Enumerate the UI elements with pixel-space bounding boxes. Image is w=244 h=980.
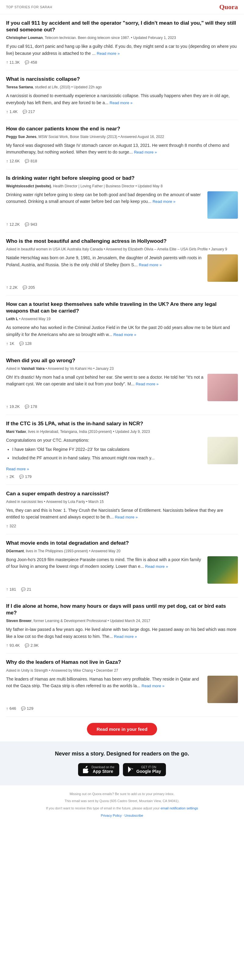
story-updated: Updated March 24, 2017 bbox=[110, 619, 150, 623]
read-more-link[interactable]: Read more » bbox=[114, 634, 137, 639]
story-title: What is narcissistic collapse? bbox=[6, 76, 238, 83]
google-play-name: Google Play bbox=[136, 769, 161, 774]
quora-logo: Quora bbox=[219, 3, 238, 11]
vote-count: 646 bbox=[6, 706, 16, 711]
comment-icon bbox=[19, 341, 24, 346]
app-store-label: Download on the bbox=[91, 765, 114, 769]
story-with-image: Natalie Herschlag was born on June 9, 19… bbox=[6, 255, 238, 282]
story-meta: Leith L • Answered May 19 bbox=[6, 316, 238, 322]
comment-count: 943 bbox=[25, 222, 37, 227]
story-meta: Teresa Santana, studied at Life, (2010) … bbox=[6, 84, 238, 90]
story-title: Can a super empath destroy a narcissist? bbox=[6, 490, 238, 497]
google-play-button[interactable]: GET IT ON Google Play bbox=[123, 763, 166, 776]
story-body: As someone who has worked in the Crimina… bbox=[6, 324, 238, 338]
story-updated: March 15 bbox=[88, 500, 104, 504]
story-footer: 646 129 bbox=[6, 706, 238, 711]
comment-count: 128 bbox=[19, 341, 32, 346]
story-title: What movie ends in total degradation and… bbox=[6, 540, 238, 547]
story-image bbox=[207, 437, 238, 464]
story-image bbox=[207, 556, 238, 584]
story-footer: 93.4K 2.9K bbox=[6, 643, 238, 648]
story-footer: 12.2K 943 bbox=[6, 222, 238, 227]
story-meta: DGermant, lives in The Philippines (1993… bbox=[6, 548, 238, 554]
story-footer: 11.3K 458 bbox=[6, 60, 238, 65]
story-meta: Asked in narcissist lies • Answered by L… bbox=[6, 499, 238, 504]
footer-unsubscribe-link[interactable]: email notification settings bbox=[160, 807, 198, 810]
read-more-link[interactable]: Read more » bbox=[6, 467, 238, 471]
read-more-link[interactable]: Read more » bbox=[134, 150, 157, 154]
story-text: Natalie Herschlag was born on June 9, 19… bbox=[6, 255, 204, 282]
upvote-icon bbox=[6, 523, 8, 528]
story-card: When did you all go wrong? Asked in Vais… bbox=[6, 352, 238, 415]
story-updated: Updated May 8 bbox=[138, 184, 163, 188]
story-author-detail: Health Director | Loving Father | Busine… bbox=[53, 184, 134, 188]
story-author: Vaishali Vaira bbox=[21, 366, 45, 371]
comment-icon bbox=[22, 285, 27, 290]
upvote-icon bbox=[6, 643, 8, 648]
read-more-link[interactable]: Read more » bbox=[153, 199, 175, 204]
comment-count: 2.9K bbox=[25, 643, 39, 648]
story-text: The leaders of Hamas are multi billionai… bbox=[6, 676, 204, 703]
story-meta-detail: Asked in Vaishali Vaira • Answered by Vo… bbox=[6, 366, 92, 371]
app-store-button[interactable]: Download on the App Store bbox=[78, 763, 119, 776]
comment-count: 458 bbox=[25, 60, 37, 65]
story-author: Steven Brewer bbox=[6, 619, 32, 623]
story-text: Drinking water right before going to sle… bbox=[6, 191, 204, 219]
app-store-text: Download on the App Store bbox=[91, 765, 114, 774]
story-text: Oh! It's drastic! My mom had a small cys… bbox=[6, 374, 204, 401]
story-updated: Answered May 19 bbox=[21, 317, 51, 321]
vote-count: 19.2K bbox=[6, 404, 20, 409]
read-more-link[interactable]: Read more » bbox=[97, 51, 120, 56]
comment-icon bbox=[21, 706, 26, 711]
story-card: How do cancer patients know the end is n… bbox=[6, 120, 238, 169]
read-more-feed-button[interactable]: Read more in your feed bbox=[87, 723, 157, 735]
story-image bbox=[207, 374, 238, 401]
story-meta: Asked in Unity is Strength • Answered by… bbox=[6, 668, 238, 673]
read-more-link[interactable]: Read more » bbox=[145, 564, 168, 569]
read-more-link[interactable]: Read more » bbox=[142, 684, 164, 688]
story-title: Is drinking water right before sleeping … bbox=[6, 175, 238, 181]
story-body: Bong Joon-ho's 2019 film masterpiece Par… bbox=[6, 556, 204, 570]
story-author-detail: studied at Life, (2010) bbox=[35, 85, 70, 89]
story-image bbox=[207, 255, 238, 282]
story-author-detail: Asked in beautiful women in USA UK Austr… bbox=[6, 247, 208, 251]
story-title: When did you all go wrong? bbox=[6, 357, 238, 364]
story-card: What is narcissistic collapse? Teresa Sa… bbox=[6, 70, 238, 120]
app-buttons: Download on the App Store GET IT ON Goog… bbox=[6, 763, 238, 776]
story-card: Can a super empath destroy a narcissist?… bbox=[6, 485, 238, 535]
story-text: Congratulations on your CTC. Assumptions… bbox=[6, 437, 204, 464]
story-footer: 1.4K 217 bbox=[6, 109, 238, 114]
story-meta: Steven Brewer, former Learning & Develop… bbox=[6, 618, 238, 624]
comment-icon bbox=[25, 643, 29, 648]
header: TOP STORIES FOR SARAH Quora bbox=[0, 0, 244, 14]
cta-container: Read more in your feed bbox=[6, 723, 238, 735]
read-more-link[interactable]: Read more » bbox=[113, 332, 136, 337]
story-card: What movie ends in total degradation and… bbox=[6, 535, 238, 597]
footer-privacy-link[interactable]: Privacy Policy · Unsubscribe bbox=[101, 814, 144, 817]
comment-count: 179 bbox=[19, 474, 32, 479]
footer-line2: This email was sent by Quora (605 Castro… bbox=[6, 799, 238, 804]
story-author-detail: former Learning & Development Profession… bbox=[33, 619, 107, 623]
comment-count: 21 bbox=[21, 587, 31, 592]
story-card: How can a tourist keep themselves safe w… bbox=[6, 296, 238, 352]
story-meta: Christopher Lowman, Telecom technician. … bbox=[6, 35, 238, 40]
feed-container: If you call 911 by accident and tell the… bbox=[0, 14, 244, 735]
story-author-detail: Asked in narcissist lies • Answered by L… bbox=[6, 500, 85, 504]
vote-count: 1K bbox=[6, 341, 14, 346]
upvote-icon bbox=[6, 404, 8, 409]
upvote-icon bbox=[6, 285, 8, 290]
read-more-link[interactable]: Read more » bbox=[139, 262, 162, 267]
read-more-link[interactable]: Read more » bbox=[110, 100, 132, 105]
story-title: How can a tourist keep themselves safe w… bbox=[6, 301, 238, 314]
comment-icon bbox=[25, 222, 29, 227]
read-more-link[interactable]: Read more » bbox=[115, 515, 137, 519]
story-meta: Asked in Vaishali Vaira • Answered by Vo… bbox=[6, 366, 238, 371]
footer: Missing out on Quora emails? Be sure to … bbox=[0, 785, 244, 824]
story-title: Why do the leaders of Hamas not live in … bbox=[6, 659, 238, 666]
upvote-icon bbox=[6, 341, 8, 346]
story-card: Why do the leaders of Hamas not live in … bbox=[6, 654, 238, 716]
upvote-icon bbox=[6, 587, 8, 592]
vote-count: 93.4K bbox=[6, 643, 20, 648]
read-more-link[interactable]: Read more » bbox=[136, 382, 159, 386]
story-with-image: Bong Joon-ho's 2019 film masterpiece Par… bbox=[6, 556, 238, 584]
